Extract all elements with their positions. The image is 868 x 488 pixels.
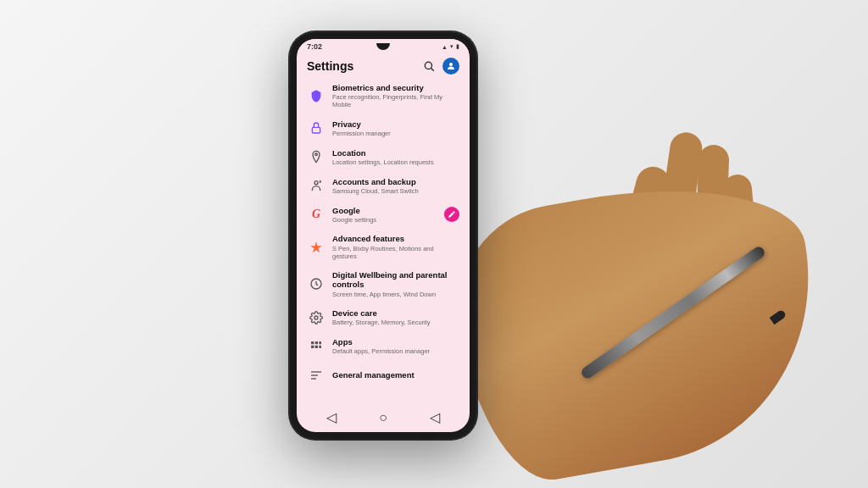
svg-point-7 xyxy=(314,316,318,319)
nav-home-button[interactable]: ○ xyxy=(379,410,387,425)
advanced-subtitle: S Pen, Bixby Routines, Motions and gestu… xyxy=(332,245,459,260)
general-icon xyxy=(307,366,326,385)
privacy-icon xyxy=(307,119,326,137)
settings-item-device[interactable]: Device care Battery, Storage, Memory, Se… xyxy=(300,303,466,332)
header-icons xyxy=(420,58,459,75)
signal-icon: ▲ xyxy=(442,44,448,50)
settings-item-apps[interactable]: Apps Default apps, Permission manager xyxy=(300,332,466,361)
general-text: General management xyxy=(332,370,459,380)
svg-rect-8 xyxy=(311,341,314,344)
shield-icon xyxy=(307,86,326,105)
status-icons: ▲ ▾ ▮ xyxy=(442,43,459,50)
search-button[interactable] xyxy=(420,58,437,75)
settings-item-location[interactable]: Location Location settings, Location req… xyxy=(300,142,466,171)
privacy-title: Privacy xyxy=(332,119,459,129)
svg-point-5 xyxy=(314,181,318,185)
svg-point-4 xyxy=(315,153,318,156)
settings-item-digital[interactable]: Digital Wellbeing and parental controls … xyxy=(300,265,466,303)
accounts-icon xyxy=(307,176,326,195)
google-title: Google xyxy=(332,206,444,215)
settings-item-privacy[interactable]: Privacy Permission manager xyxy=(300,114,466,142)
status-time: 7:02 xyxy=(307,42,322,51)
phone-frame: 7:02 ▲ ▾ ▮ Settings xyxy=(290,32,476,439)
privacy-text: Privacy Permission manager xyxy=(332,119,459,137)
profile-avatar[interactable] xyxy=(442,58,459,75)
settings-item-accounts[interactable]: Accounts and backup Samsung Cloud, Smart… xyxy=(300,171,466,200)
advanced-text: Advanced features S Pen, Bixby Routines,… xyxy=(332,234,459,259)
page-title: Settings xyxy=(307,59,353,73)
svg-line-1 xyxy=(431,69,434,71)
location-title: Location xyxy=(332,148,459,158)
advanced-title: Advanced features xyxy=(332,234,459,243)
svg-rect-13 xyxy=(319,345,321,347)
digital-text: Digital Wellbeing and parental controls … xyxy=(332,270,459,298)
apps-icon xyxy=(307,337,326,356)
svg-rect-9 xyxy=(315,341,318,344)
device-icon xyxy=(307,308,326,327)
google-icon: G xyxy=(307,205,326,224)
bottom-nav: ◁ ○ ◁ xyxy=(297,404,470,432)
svg-point-0 xyxy=(425,62,431,69)
location-icon xyxy=(307,147,326,166)
advanced-icon xyxy=(307,238,326,257)
svg-rect-12 xyxy=(315,345,318,347)
settings-item-google[interactable]: G Google Google settings xyxy=(300,200,466,229)
settings-list: Biometrics and security Face recognition… xyxy=(297,78,470,404)
general-title: General management xyxy=(332,370,459,380)
status-bar: 7:02 ▲ ▾ ▮ xyxy=(297,39,470,53)
svg-rect-3 xyxy=(312,128,320,134)
biometrics-text: Biometrics and security Face recognition… xyxy=(332,83,459,108)
biometrics-subtitle: Face recognition, Fingerprints, Find My … xyxy=(332,93,459,108)
nav-recents-button[interactable]: ◁ xyxy=(430,409,440,425)
google-badge xyxy=(444,207,459,222)
settings-item-advanced[interactable]: Advanced features S Pen, Bixby Routines,… xyxy=(300,229,466,264)
svg-rect-11 xyxy=(311,345,314,347)
device-subtitle: Battery, Storage, Memory, Security xyxy=(332,319,459,326)
accounts-text: Accounts and backup Samsung Cloud, Smart… xyxy=(332,177,459,195)
battery-icon: ▮ xyxy=(456,43,459,50)
svg-rect-10 xyxy=(319,341,321,344)
settings-item-general[interactable]: General management xyxy=(300,361,466,390)
digital-title: Digital Wellbeing and parental controls xyxy=(332,270,459,290)
digital-subtitle: Screen time, App timers, Wind Down xyxy=(332,291,459,298)
location-subtitle: Location settings, Location requests xyxy=(332,158,459,166)
nav-back-button[interactable]: ◁ xyxy=(326,409,337,425)
biometrics-title: Biometrics and security xyxy=(332,83,459,92)
apps-subtitle: Default apps, Permission manager xyxy=(332,347,459,355)
accounts-subtitle: Samsung Cloud, Smart Switch xyxy=(332,187,459,195)
device-text: Device care Battery, Storage, Memory, Se… xyxy=(332,308,459,326)
privacy-subtitle: Permission manager xyxy=(332,130,459,137)
google-text: Google Google settings xyxy=(332,206,444,224)
apps-title: Apps xyxy=(332,337,459,347)
device-title: Device care xyxy=(332,308,459,318)
location-text: Location Location settings, Location req… xyxy=(332,148,459,166)
phone-screen: 7:02 ▲ ▾ ▮ Settings xyxy=(297,39,470,432)
accounts-title: Accounts and backup xyxy=(332,177,459,186)
apps-text: Apps Default apps, Permission manager xyxy=(332,337,459,355)
google-subtitle: Google settings xyxy=(332,216,444,224)
svg-point-2 xyxy=(449,63,453,66)
settings-item-biometrics[interactable]: Biometrics and security Face recognition… xyxy=(300,78,466,114)
wifi-icon: ▾ xyxy=(450,43,453,50)
digital-icon xyxy=(307,274,326,293)
top-bar: Settings xyxy=(297,53,470,78)
scene: 7:02 ▲ ▾ ▮ Settings xyxy=(0,0,868,488)
